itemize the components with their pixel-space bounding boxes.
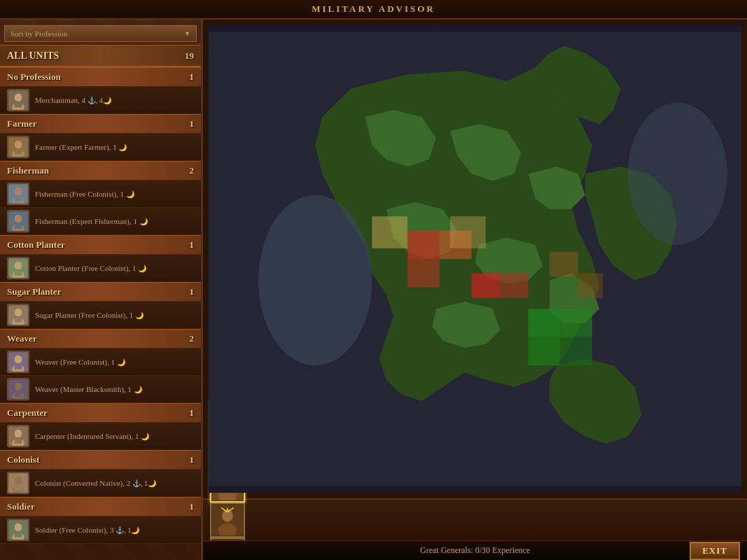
svg-point-37	[15, 476, 22, 484]
unit-info: Fisherman (Free Colonist), 1 🌙	[35, 190, 197, 198]
unit-avatar	[7, 89, 29, 111]
category-header-fisherman[interactable]: Fisherman 2	[0, 161, 201, 181]
svg-point-1	[15, 93, 22, 102]
unit-info: Colonist (Converted Native), 2 ⚓, 1🌙	[35, 479, 197, 487]
unit-avatar	[7, 378, 29, 400]
category-name: Sugar Planter	[7, 286, 61, 298]
unit-item[interactable]: Fisherman (Free Colonist), 1 🌙	[0, 181, 201, 208]
category-header-colonist[interactable]: Colonist 1	[0, 450, 201, 470]
sort-label: Sort by Profession	[11, 29, 67, 38]
map-canvas	[209, 25, 741, 493]
window-title: MILITARY ADVISOR	[312, 4, 435, 15]
unit-info: Weaver (Master Blacksmith), 1 🌙	[35, 385, 197, 393]
unit-item[interactable]: Weaver (Free Colonist), 1 🌙	[0, 349, 201, 376]
svg-point-5	[15, 140, 22, 148]
unit-icons: 🌙	[135, 312, 144, 319]
svg-point-41	[15, 523, 22, 531]
category-header-no-profession[interactable]: No Profession 1	[0, 67, 201, 87]
unit-label: Fisherman (Expert Fisherman), 1 🌙	[35, 217, 197, 225]
unit-info: Farmer (Expert Farmer), 1 🌙	[35, 143, 197, 151]
unit-avatar	[7, 304, 29, 326]
category-header-carpenter[interactable]: Carpenter 1	[0, 403, 201, 423]
category-header-cotton-planter[interactable]: Cotton Planter 1	[0, 235, 201, 255]
svg-point-71	[628, 103, 727, 245]
svg-point-33	[15, 429, 22, 438]
svg-point-25	[15, 355, 22, 363]
right-panel: Great Generals: 0/30 Experience EXIT	[203, 20, 747, 560]
unit-info: Fisherman (Expert Fisherman), 1 🌙	[35, 217, 197, 225]
category-name: Farmer	[7, 118, 37, 130]
svg-rect-39	[15, 484, 22, 491]
svg-rect-60	[471, 273, 500, 298]
unit-label: Soldier (Free Colonist), 3 ⚓, 1🌙	[35, 526, 197, 534]
svg-point-70	[258, 195, 372, 366]
left-panel: Sort by Profession ALL UNITS 19 No Profe…	[0, 20, 203, 560]
unit-info: Soldier (Free Colonist), 3 ⚓, 1🌙	[35, 526, 197, 534]
svg-rect-15	[15, 223, 22, 229]
unit-item[interactable]: Soldier (Free Colonist), 3 ⚓, 1🌙	[0, 517, 201, 544]
unit-info: Cotton Planter (Free Colonist), 1 🌙	[35, 264, 197, 272]
unit-item[interactable]: Farmer (Expert Farmer), 1 🌙	[0, 134, 201, 161]
map-area	[209, 25, 741, 493]
unit-icons: 🌙	[126, 190, 134, 198]
unit-label: Cotton Planter (Free Colonist), 1 🌙	[35, 264, 197, 272]
portrait-button-p4[interactable]	[210, 503, 245, 538]
unit-avatar	[7, 136, 29, 158]
category-name: Soldier	[7, 501, 35, 512]
all-units-count: 19	[185, 50, 194, 62]
unit-icons: 🌙	[134, 386, 142, 393]
category-name: Carpenter	[7, 407, 48, 419]
unit-avatar	[7, 519, 29, 541]
unit-label: Farmer (Expert Farmer), 1 🌙	[35, 143, 197, 151]
svg-rect-27	[15, 363, 22, 370]
svg-rect-61	[500, 273, 529, 298]
category-count: 1	[190, 118, 195, 130]
svg-rect-43	[15, 531, 22, 538]
category-name: No Profession	[7, 71, 61, 83]
unit-label: Weaver (Master Blacksmith), 1 🌙	[35, 385, 197, 393]
unit-item[interactable]: Carpenter (Indentured Servant), 1 🌙	[0, 423, 201, 450]
svg-point-13	[15, 214, 22, 223]
bottom-bar	[203, 498, 747, 540]
unit-list[interactable]: ALL UNITS 19 No Profession 1 Merchantman…	[0, 45, 201, 560]
unit-avatar	[7, 210, 29, 232]
svg-point-29	[15, 382, 22, 391]
category-header-sugar-planter[interactable]: Sugar Planter 1	[0, 282, 201, 302]
svg-rect-69	[578, 273, 603, 298]
exit-button[interactable]: EXIT	[690, 542, 740, 560]
category-count: 1	[190, 501, 195, 512]
svg-rect-57	[407, 230, 440, 259]
category-count: 1	[190, 239, 195, 251]
unit-item[interactable]: Merchantman, 4 ⚓, 4🌙	[0, 87, 201, 114]
svg-rect-31	[15, 391, 22, 397]
unit-icons: ⚓, 1🌙	[116, 526, 139, 534]
category-header-farmer[interactable]: Farmer 1	[0, 114, 201, 134]
main-container: Sort by Profession ALL UNITS 19 No Profe…	[0, 20, 747, 560]
svg-point-17	[15, 261, 22, 270]
unit-item[interactable]: Sugar Planter (Free Colonist), 1 🌙	[0, 302, 201, 329]
unit-label: Weaver (Free Colonist), 1 🌙	[35, 358, 197, 366]
svg-point-9	[15, 187, 22, 195]
all-units-label: ALL UNITS	[7, 50, 59, 62]
unit-item[interactable]: Colonist (Converted Native), 2 ⚓, 1🌙	[0, 470, 201, 497]
unit-item[interactable]: Weaver (Master Blacksmith), 1 🌙	[0, 376, 201, 403]
status-bar: Great Generals: 0/30 Experience EXIT	[203, 540, 747, 560]
unit-item[interactable]: Fisherman (Expert Fisherman), 1 🌙	[0, 208, 201, 235]
sort-dropdown[interactable]: Sort by Profession	[4, 25, 197, 42]
category-header-soldier[interactable]: Soldier 1	[0, 497, 201, 517]
all-units-header[interactable]: ALL UNITS 19	[0, 45, 201, 67]
unit-label: Fisherman (Free Colonist), 1 🌙	[35, 190, 197, 198]
title-bar: MILITARY ADVISOR	[0, 0, 747, 20]
unit-info: Weaver (Free Colonist), 1 🌙	[35, 358, 197, 366]
unit-avatar	[7, 425, 29, 447]
unit-icons: 🌙	[117, 358, 125, 366]
status-text: Great Generals: 0/30 Experience	[420, 545, 530, 556]
unit-info: Carpenter (Indentured Servant), 1 🌙	[35, 432, 197, 440]
category-count: 1	[190, 407, 195, 419]
svg-rect-67	[450, 216, 486, 248]
svg-rect-3	[15, 102, 22, 108]
unit-item[interactable]: Cotton Planter (Free Colonist), 1 🌙	[0, 255, 201, 282]
svg-rect-35	[15, 438, 22, 444]
category-header-weaver[interactable]: Weaver 2	[0, 329, 201, 349]
unit-avatar	[7, 183, 29, 205]
